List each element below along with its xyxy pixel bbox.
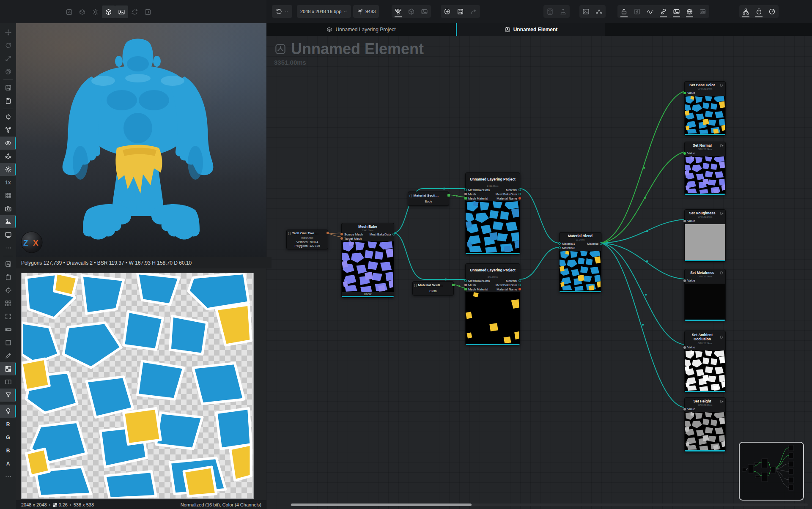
3d-viewport[interactable]: Z X [16, 23, 266, 257]
node-material-section-cloth[interactable]: ( ) Material Secti… Cloth [412, 281, 454, 296]
rotate-icon[interactable] [0, 39, 16, 52]
meshbakedata-output-pin[interactable] [518, 284, 521, 286]
node-material-blend[interactable]: Material Blend 21.00ms Material1 Materia… [559, 232, 601, 293]
scale-icon[interactable] [0, 52, 16, 65]
target-icon[interactable] [0, 284, 16, 297]
ruler-icon[interactable] [0, 323, 16, 336]
image-icon[interactable] [670, 5, 683, 18]
rings-icon[interactable] [0, 65, 16, 78]
material1-input-pin[interactable] [558, 242, 561, 245]
seed-icon[interactable] [357, 8, 364, 15]
molecule-icon[interactable] [0, 123, 16, 137]
bulb-icon[interactable] [0, 405, 16, 418]
griddots-icon[interactable] [0, 189, 16, 202]
meshbakedata-input-pin[interactable] [464, 189, 467, 191]
node-set-metalness[interactable]: Set Metalness GPU 20.54ms Value [684, 269, 726, 321]
waves-icon[interactable] [0, 150, 16, 163]
pen-icon[interactable] [0, 349, 16, 362]
fullscreen-icon[interactable] [0, 310, 16, 323]
terminal-icon[interactable] [579, 5, 593, 18]
box-icon[interactable] [76, 5, 89, 18]
floppy-icon[interactable] [0, 81, 16, 94]
node-set-roughness[interactable]: Set Roughness GPU 20.54ms Value [684, 209, 726, 262]
value-input-pin[interactable] [683, 220, 686, 222]
target-icon[interactable] [0, 110, 16, 123]
checker-icon[interactable] [0, 362, 16, 375]
meshbakedata-output-pin[interactable] [518, 193, 521, 195]
tab-unnamed-layering-project[interactable]: Unnamed Layering Project [266, 23, 456, 36]
display-icon[interactable] [0, 228, 16, 241]
camera-icon[interactable] [0, 202, 16, 215]
foursq-icon[interactable] [0, 297, 16, 310]
gauge-icon[interactable] [765, 5, 779, 18]
graph-icon[interactable] [392, 5, 405, 18]
seed-value[interactable]: 9483 [365, 9, 376, 14]
mesh-output-pin[interactable] [326, 232, 329, 234]
timer-icon[interactable] [752, 5, 765, 18]
value-input-pin[interactable] [683, 92, 686, 94]
graph-horizontal-scrollbar[interactable] [290, 504, 808, 506]
cube-icon[interactable] [405, 5, 418, 18]
scrollbar-thumb[interactable] [291, 504, 472, 506]
material-output-pin[interactable] [518, 279, 521, 282]
material-output-pin[interactable] [600, 242, 602, 245]
graph-minimap[interactable] [739, 442, 804, 501]
node-set-ambient-occlusion[interactable]: Set Ambient Occlusion GPU 20.54ms Value [684, 331, 726, 393]
mountain-icon[interactable] [0, 215, 16, 228]
material-output-pin[interactable] [518, 189, 521, 191]
export-output-icon[interactable] [720, 144, 724, 148]
node-set-normal[interactable]: Set Normal GPU 20.54ms Value [684, 142, 726, 195]
export-icon[interactable] [141, 5, 154, 18]
org-icon[interactable] [739, 5, 752, 18]
channel-a[interactable]: A [0, 457, 16, 470]
target-mesh-pin[interactable] [340, 237, 343, 240]
material-name-output-pin[interactable] [518, 288, 521, 290]
node-layering-project-cloth[interactable]: Unnamed Layering Project 241.00ms MeshBa… [465, 263, 520, 345]
material-section-output-pin[interactable] [452, 284, 455, 286]
node-set-height[interactable]: Set Height GPU 20.54ms Value [684, 397, 726, 452]
table-icon[interactable] [0, 375, 16, 389]
texture-2d-view[interactable] [21, 273, 254, 499]
eye-icon[interactable] [0, 137, 16, 150]
export-output-icon[interactable] [720, 271, 724, 275]
export-output-icon[interactable] [720, 400, 724, 403]
image-icon[interactable] [418, 5, 431, 18]
export-output-icon[interactable] [720, 83, 724, 87]
meshbakedata-input-pin[interactable] [464, 279, 467, 282]
value-input-pin[interactable] [683, 408, 686, 410]
plus-icon[interactable] [441, 5, 454, 18]
cube-icon[interactable] [102, 5, 115, 18]
mesh-material-input-pin[interactable] [464, 197, 467, 200]
value-input-pin[interactable] [683, 279, 686, 282]
image-icon[interactable] [115, 5, 128, 18]
channel-b[interactable]: B [0, 444, 16, 457]
gear-icon[interactable] [0, 163, 16, 176]
funnel-icon[interactable] [0, 389, 16, 402]
globe-icon[interactable] [683, 5, 696, 18]
lock-icon[interactable] [617, 5, 631, 18]
gear-icon[interactable] [89, 5, 102, 18]
square-icon[interactable] [0, 336, 16, 349]
bolt-icon[interactable] [631, 5, 644, 18]
material-section-output-pin[interactable] [447, 194, 450, 197]
move-icon[interactable] [0, 26, 16, 39]
channel-r[interactable]: R [0, 418, 16, 431]
material2-input-pin[interactable] [558, 246, 561, 249]
tab-unnamed-element[interactable]: Unnamed Element [456, 23, 605, 36]
material-name-output-pin[interactable] [518, 197, 521, 200]
value-input-pin[interactable] [683, 152, 686, 155]
element-icon[interactable] [63, 5, 76, 18]
export-output-icon[interactable] [720, 335, 724, 339]
textlock-icon[interactable] [696, 5, 709, 18]
undo-chevron-down-icon[interactable] [284, 9, 289, 14]
floppy-icon[interactable] [454, 5, 467, 18]
bezier-icon[interactable] [593, 5, 606, 18]
meshbakedata-output-pin[interactable] [392, 233, 395, 235]
calc-icon[interactable] [543, 5, 557, 18]
node-layering-project-body[interactable]: Unnamed Layering Project 2411.00ms MeshB… [465, 172, 520, 254]
axis-gizmo[interactable]: Z X [21, 232, 42, 253]
node-graph-canvas[interactable]: Unnamed Element 3351.00ms [266, 36, 812, 509]
mesh-input-pin[interactable] [464, 284, 467, 286]
channel-1x[interactable]: 1x [0, 176, 16, 189]
mesh-material-input-pin[interactable] [464, 288, 467, 290]
